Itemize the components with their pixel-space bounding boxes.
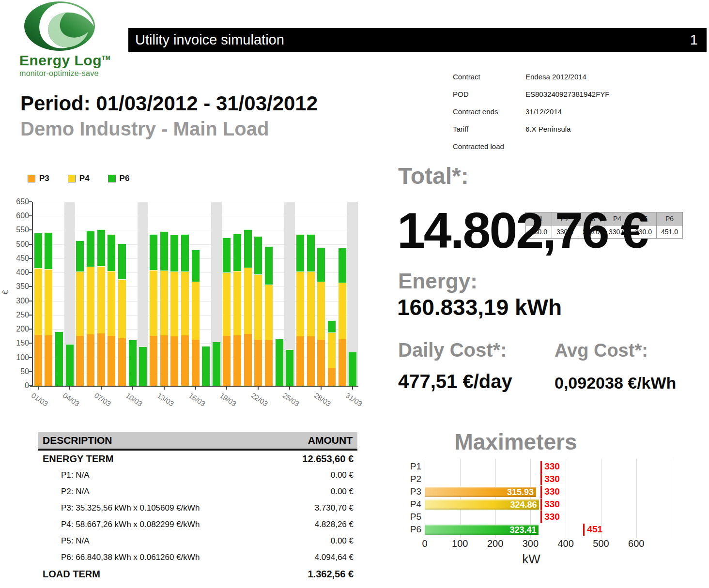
bar-segment-p6 — [129, 340, 137, 386]
total-value: 14.802,76 € — [397, 205, 647, 256]
bar-segment-p4 — [45, 269, 52, 335]
bar-segment-p6 — [170, 235, 178, 271]
invoice-row-amount: 0.00 € — [331, 470, 354, 480]
bar-segment-p3 — [118, 338, 126, 386]
bar-segment-p3 — [87, 334, 94, 386]
invoice-row: P5: N/A0.00 € — [38, 533, 357, 549]
gridline — [33, 230, 358, 230]
bar-segment-p3 — [192, 340, 200, 386]
stacked-bar-day-10 — [129, 340, 137, 386]
contract-row-value: 31/12/2014 — [525, 107, 562, 116]
bar-segment-p6 — [34, 233, 42, 268]
y-tick-label: 500 — [7, 240, 29, 249]
bar-segment-p6 — [76, 241, 84, 271]
stacked-bar-day-9 — [118, 243, 126, 386]
stacked-bar-day-29 — [328, 320, 336, 386]
description-column-header: DESCRIPTION — [43, 435, 112, 446]
legend-label: P3 — [39, 174, 49, 183]
x-tick-label: 19/03 — [218, 391, 238, 408]
contract-row-value: 6.X Península — [525, 125, 570, 133]
bar-segment-p6 — [254, 236, 262, 274]
y-tick-label: 0 — [7, 381, 29, 390]
bar-segment-p3 — [34, 335, 42, 386]
bar-segment-p4 — [244, 268, 252, 334]
stacked-bar-day-30 — [339, 248, 346, 386]
bar-segment-p4 — [150, 270, 157, 336]
bar-segment-p6 — [181, 234, 189, 271]
invoice-row-description: P6: 66.840,38 kWh x 0.061260 €/kWh — [43, 553, 200, 562]
maximeter-limit-value: 330 — [544, 512, 560, 522]
bar-segment-p3 — [307, 336, 315, 386]
y-tick-label: 250 — [7, 311, 29, 319]
maximeter-x-tick-label: 300 — [516, 538, 545, 549]
maximeter-limit-marker — [540, 498, 542, 511]
invoice-row-amount: 0.00 € — [331, 487, 354, 497]
maximeter-category-p4: P4 — [396, 499, 421, 510]
maximeter-limit-value: 330 — [544, 499, 560, 510]
contract-row-value: ES803240927381942FYF — [525, 90, 609, 98]
bar-segment-p6 — [202, 346, 210, 386]
bar-segment-p3 — [97, 333, 105, 386]
bar-segment-p3 — [108, 336, 115, 386]
legend-label: P6 — [120, 174, 130, 183]
x-axis-line — [30, 386, 358, 387]
avg-cost-label: Avg Cost*: — [555, 340, 648, 361]
bar-segment-p6 — [118, 243, 126, 279]
contract-row: PODES803240927381942FYF — [453, 90, 609, 98]
bar-segment-p4 — [170, 271, 178, 336]
y-tick-label: 200 — [7, 325, 29, 333]
legend-item: P3 — [28, 174, 49, 183]
energy-label: Energy: — [398, 269, 478, 293]
invoice-row-amount: 12.653,60 € — [302, 453, 354, 465]
maximeter-limit-value: 330 — [544, 486, 560, 497]
maximeter-category-p6: P6 — [396, 524, 421, 535]
invoice-row-description: ENERGY TERM — [43, 453, 113, 465]
x-tick-mark — [321, 387, 322, 390]
y-tick-label: 650 — [7, 197, 29, 206]
daily-cost-value: 477,51 €/day — [398, 371, 512, 392]
x-tick-mark — [101, 387, 102, 390]
bar-segment-p3 — [160, 335, 168, 386]
bar-segment-p4 — [339, 283, 346, 339]
bar-segment-p3 — [150, 336, 157, 386]
contract-row-value: Endesa 2012/2014 — [525, 73, 586, 81]
y-tick-label: 450 — [7, 254, 29, 263]
invoice-row-description: P1: N/A — [43, 470, 90, 480]
x-tick-label: 22/03 — [250, 391, 270, 408]
x-tick-label: 07/03 — [92, 391, 112, 408]
x-tick-mark — [164, 387, 165, 390]
bar-segment-p3 — [233, 335, 241, 386]
maximeter-gridline — [636, 459, 637, 538]
stacked-bar-day-5 — [76, 241, 84, 386]
contract-row: ContractEndesa 2012/2014 — [453, 73, 586, 81]
contract-row-label: Tariff — [453, 125, 525, 133]
x-tick-label: 04/03 — [61, 391, 81, 408]
stacked-bar-day-16 — [192, 250, 200, 386]
y-tick-label: 150 — [7, 339, 29, 347]
maximeters-x-axis-label: kW — [425, 552, 638, 567]
x-tick-label: 13/03 — [155, 391, 175, 408]
energy-log-swirl-icon — [23, 1, 96, 51]
x-tick-mark — [226, 387, 227, 390]
y-axis-label: € — [1, 290, 10, 295]
bar-segment-p4 — [233, 271, 241, 335]
maximeter-bar-p6: 323.41 — [425, 525, 539, 535]
maximeter-x-tick-label: 500 — [586, 538, 616, 549]
report-title: Utility invoice simulation — [135, 28, 284, 52]
maximeter-bar-p4: 324.86 — [425, 499, 539, 510]
bar-segment-p3 — [296, 336, 304, 386]
maximeter-x-tick-label: 400 — [551, 538, 580, 549]
bar-segment-p3 — [254, 340, 262, 386]
x-tick-mark — [69, 387, 70, 390]
avg-cost-value: 0,092038 €/kWh — [555, 374, 676, 392]
stacked-bar-day-4 — [66, 344, 74, 386]
stacked-bar-day-26 — [296, 234, 304, 386]
bar-segment-p6 — [276, 339, 283, 386]
bar-segment-p4 — [181, 271, 189, 335]
maximeter-limit-marker — [540, 473, 542, 485]
x-tick-mark — [132, 387, 133, 390]
invoice-row-amount: 1.362,56 € — [308, 569, 354, 580]
y-tick-label: 300 — [7, 297, 29, 305]
page-number: 1 — [690, 28, 698, 52]
bar-segment-p4 — [160, 271, 168, 335]
